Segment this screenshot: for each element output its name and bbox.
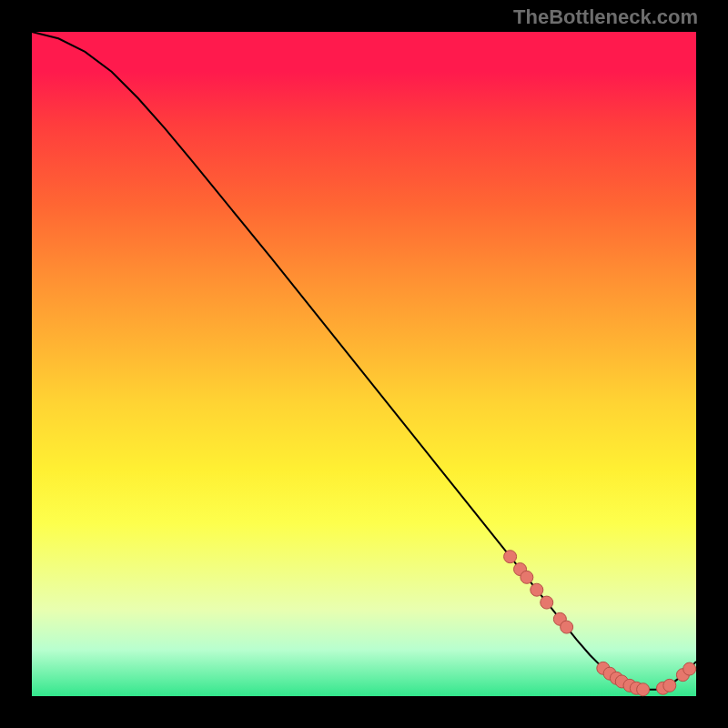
chart-stage: TheBottleneck.com	[0, 0, 728, 728]
chart-svg	[32, 32, 696, 696]
data-marker	[541, 596, 553, 609]
plot-area	[32, 32, 696, 696]
data-markers	[504, 551, 696, 696]
bottleneck-curve	[32, 32, 696, 690]
data-marker	[531, 583, 543, 596]
data-marker	[683, 662, 696, 675]
data-marker	[637, 683, 650, 696]
data-marker	[504, 551, 517, 563]
data-marker	[561, 621, 573, 633]
attribution-label: TheBottleneck.com	[513, 5, 698, 29]
data-marker	[663, 679, 676, 692]
data-marker	[521, 571, 533, 583]
